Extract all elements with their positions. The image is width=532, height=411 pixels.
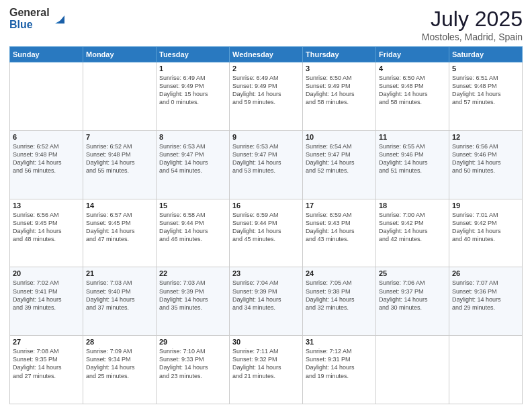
day-info: Sunrise: 6:50 AM Sunset: 9:49 PM Dayligh… xyxy=(306,74,373,107)
calendar-cell: 9Sunrise: 6:53 AM Sunset: 9:47 PM Daylig… xyxy=(230,130,303,199)
day-info: Sunrise: 6:49 AM Sunset: 9:49 PM Dayligh… xyxy=(159,74,226,107)
logo-icon xyxy=(52,11,67,26)
calendar-cell: 25Sunrise: 7:06 AM Sunset: 9:37 PM Dayli… xyxy=(376,267,449,336)
day-number: 5 xyxy=(452,64,519,73)
day-info: Sunrise: 7:11 AM Sunset: 9:32 PM Dayligh… xyxy=(232,347,300,380)
calendar-cell: 6Sunrise: 6:52 AM Sunset: 9:48 PM Daylig… xyxy=(10,130,83,199)
day-info: Sunrise: 6:53 AM Sunset: 9:47 PM Dayligh… xyxy=(232,142,300,175)
calendar-table: Sunday Monday Tuesday Wednesday Thursday… xyxy=(9,46,523,404)
calendar-header-row: Sunday Monday Tuesday Wednesday Thursday… xyxy=(10,47,523,62)
day-number: 21 xyxy=(86,269,153,277)
day-info: Sunrise: 7:02 AM Sunset: 9:41 PM Dayligh… xyxy=(13,279,80,312)
day-number: 3 xyxy=(306,64,373,73)
day-number: 9 xyxy=(232,133,300,141)
day-info: Sunrise: 7:09 AM Sunset: 9:34 PM Dayligh… xyxy=(86,347,153,380)
day-info: Sunrise: 7:08 AM Sunset: 9:35 PM Dayligh… xyxy=(13,347,80,380)
day-number: 6 xyxy=(13,133,80,141)
title-block: July 2025 Mostoles, Madrid, Spain xyxy=(422,7,523,42)
calendar-week-row: 6Sunrise: 6:52 AM Sunset: 9:48 PM Daylig… xyxy=(10,130,523,199)
day-number: 2 xyxy=(232,64,300,73)
day-info: Sunrise: 7:12 AM Sunset: 9:31 PM Dayligh… xyxy=(306,347,373,380)
day-number: 8 xyxy=(159,133,226,141)
title-location: Mostoles, Madrid, Spain xyxy=(422,32,523,42)
day-info: Sunrise: 7:07 AM Sunset: 9:36 PM Dayligh… xyxy=(452,279,519,312)
logo: General Blue xyxy=(9,7,67,30)
calendar-cell: 8Sunrise: 6:53 AM Sunset: 9:47 PM Daylig… xyxy=(157,130,230,199)
calendar-cell: 11Sunrise: 6:55 AM Sunset: 9:46 PM Dayli… xyxy=(376,130,449,199)
day-number: 13 xyxy=(13,201,80,210)
day-number: 19 xyxy=(452,201,519,210)
calendar-week-row: 27Sunrise: 7:08 AM Sunset: 9:35 PM Dayli… xyxy=(10,336,523,404)
calendar-cell: 27Sunrise: 7:08 AM Sunset: 9:35 PM Dayli… xyxy=(10,336,83,404)
calendar-cell: 29Sunrise: 7:10 AM Sunset: 9:33 PM Dayli… xyxy=(157,336,230,404)
calendar-cell: 4Sunrise: 6:50 AM Sunset: 9:48 PM Daylig… xyxy=(376,62,449,131)
col-tuesday: Tuesday xyxy=(157,47,230,62)
calendar-cell xyxy=(449,336,523,404)
calendar-cell: 19Sunrise: 7:01 AM Sunset: 9:42 PM Dayli… xyxy=(449,199,523,267)
day-number: 14 xyxy=(86,201,153,210)
col-friday: Friday xyxy=(376,47,449,62)
day-info: Sunrise: 7:10 AM Sunset: 9:33 PM Dayligh… xyxy=(159,347,226,380)
calendar-cell: 18Sunrise: 7:00 AM Sunset: 9:42 PM Dayli… xyxy=(376,199,449,267)
day-info: Sunrise: 6:56 AM Sunset: 9:45 PM Dayligh… xyxy=(13,211,80,244)
day-number: 31 xyxy=(306,338,373,346)
day-number: 10 xyxy=(306,133,373,141)
calendar-week-row: 20Sunrise: 7:02 AM Sunset: 9:41 PM Dayli… xyxy=(10,267,523,336)
day-info: Sunrise: 6:50 AM Sunset: 9:48 PM Dayligh… xyxy=(379,74,446,107)
day-number: 15 xyxy=(159,201,226,210)
day-info: Sunrise: 6:49 AM Sunset: 9:49 PM Dayligh… xyxy=(232,74,300,107)
logo-text: General Blue xyxy=(9,7,50,30)
day-info: Sunrise: 7:03 AM Sunset: 9:39 PM Dayligh… xyxy=(159,279,226,312)
svg-marker-1 xyxy=(58,15,64,24)
day-info: Sunrise: 6:52 AM Sunset: 9:48 PM Dayligh… xyxy=(86,142,153,175)
calendar-cell: 16Sunrise: 6:59 AM Sunset: 9:44 PM Dayli… xyxy=(230,199,303,267)
col-thursday: Thursday xyxy=(303,47,376,62)
day-info: Sunrise: 6:57 AM Sunset: 9:45 PM Dayligh… xyxy=(86,211,153,244)
day-number: 16 xyxy=(232,201,300,210)
day-number: 17 xyxy=(306,201,373,210)
day-number: 29 xyxy=(159,338,226,346)
day-number: 23 xyxy=(232,269,300,277)
calendar-cell: 1Sunrise: 6:49 AM Sunset: 9:49 PM Daylig… xyxy=(157,62,230,131)
calendar-cell: 24Sunrise: 7:05 AM Sunset: 9:38 PM Dayli… xyxy=(303,267,376,336)
calendar-cell: 31Sunrise: 7:12 AM Sunset: 9:31 PM Dayli… xyxy=(303,336,376,404)
col-saturday: Saturday xyxy=(449,47,523,62)
day-number: 20 xyxy=(13,269,80,277)
calendar-cell: 2Sunrise: 6:49 AM Sunset: 9:49 PM Daylig… xyxy=(230,62,303,131)
col-sunday: Sunday xyxy=(10,47,83,62)
calendar-cell: 12Sunrise: 6:56 AM Sunset: 9:46 PM Dayli… xyxy=(449,130,523,199)
day-number: 12 xyxy=(452,133,519,141)
day-info: Sunrise: 6:55 AM Sunset: 9:46 PM Dayligh… xyxy=(379,142,446,175)
calendar-cell: 15Sunrise: 6:58 AM Sunset: 9:44 PM Dayli… xyxy=(157,199,230,267)
title-month: July 2025 xyxy=(422,7,523,32)
calendar-cell: 17Sunrise: 6:59 AM Sunset: 9:43 PM Dayli… xyxy=(303,199,376,267)
calendar-cell: 23Sunrise: 7:04 AM Sunset: 9:39 PM Dayli… xyxy=(230,267,303,336)
calendar-body: 1Sunrise: 6:49 AM Sunset: 9:49 PM Daylig… xyxy=(10,62,523,404)
logo-blue: Blue xyxy=(9,19,50,31)
day-number: 24 xyxy=(306,269,373,277)
calendar-cell: 30Sunrise: 7:11 AM Sunset: 9:32 PM Dayli… xyxy=(230,336,303,404)
calendar-cell xyxy=(83,62,157,131)
col-monday: Monday xyxy=(83,47,157,62)
day-info: Sunrise: 6:53 AM Sunset: 9:47 PM Dayligh… xyxy=(159,142,226,175)
day-number: 7 xyxy=(86,133,153,141)
day-info: Sunrise: 6:54 AM Sunset: 9:47 PM Dayligh… xyxy=(306,142,373,175)
calendar-cell: 22Sunrise: 7:03 AM Sunset: 9:39 PM Dayli… xyxy=(157,267,230,336)
logo-general: General xyxy=(9,7,50,19)
calendar-cell: 14Sunrise: 6:57 AM Sunset: 9:45 PM Dayli… xyxy=(83,199,157,267)
calendar-cell: 20Sunrise: 7:02 AM Sunset: 9:41 PM Dayli… xyxy=(10,267,83,336)
calendar-page: General Blue July 2025 Mostoles, Madrid,… xyxy=(0,0,532,411)
calendar-cell xyxy=(376,336,449,404)
calendar-cell: 26Sunrise: 7:07 AM Sunset: 9:36 PM Dayli… xyxy=(449,267,523,336)
day-number: 30 xyxy=(232,338,300,346)
calendar-cell: 3Sunrise: 6:50 AM Sunset: 9:49 PM Daylig… xyxy=(303,62,376,131)
day-number: 27 xyxy=(13,338,80,346)
calendar-week-row: 13Sunrise: 6:56 AM Sunset: 9:45 PM Dayli… xyxy=(10,199,523,267)
day-info: Sunrise: 6:59 AM Sunset: 9:44 PM Dayligh… xyxy=(232,211,300,244)
day-info: Sunrise: 7:04 AM Sunset: 9:39 PM Dayligh… xyxy=(232,279,300,312)
day-info: Sunrise: 6:51 AM Sunset: 9:48 PM Dayligh… xyxy=(452,74,519,107)
calendar-cell xyxy=(10,62,83,131)
day-info: Sunrise: 7:05 AM Sunset: 9:38 PM Dayligh… xyxy=(306,279,373,312)
calendar-cell: 5Sunrise: 6:51 AM Sunset: 9:48 PM Daylig… xyxy=(449,62,523,131)
day-info: Sunrise: 7:01 AM Sunset: 9:42 PM Dayligh… xyxy=(452,211,519,244)
